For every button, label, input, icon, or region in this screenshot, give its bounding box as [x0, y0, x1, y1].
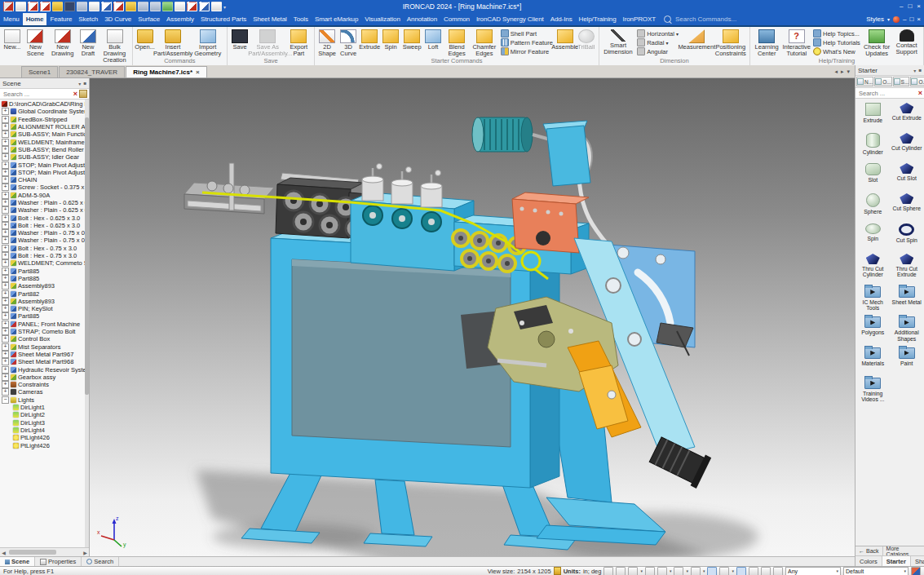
menu-tab-common[interactable]: Common	[440, 13, 473, 25]
expand-icon[interactable]	[2, 381, 9, 388]
perspective-icon[interactable]	[707, 567, 717, 575]
tree-item[interactable]: Screw : Socket - 0.375 x 2.0	[0, 184, 89, 191]
tree-vertical-scrollbar[interactable]	[85, 100, 89, 547]
catalog-item[interactable]: Polygons	[856, 313, 890, 341]
menu-tab-surface[interactable]: Surface	[135, 13, 163, 25]
expand-icon[interactable]	[2, 215, 9, 222]
menu-tab-synergy-client[interactable]: IronCAD Synergy Client	[473, 13, 547, 25]
catalog-item[interactable]: Extrude	[856, 102, 890, 130]
settings-icon[interactable]	[175, 2, 185, 11]
undo-view-icon[interactable]	[749, 567, 758, 575]
catalog-item[interactable]: IC Mech Tools	[856, 283, 890, 311]
render-icon[interactable]	[150, 2, 161, 11]
zoom-window-icon[interactable]	[628, 567, 638, 575]
bulk-drawing-button[interactable]: Bulk Drawing Creation	[99, 28, 130, 64]
filter-icon[interactable]	[79, 90, 87, 98]
tree-item[interactable]: Part885	[0, 312, 89, 320]
panel-tab-scene[interactable]: Scene	[0, 557, 35, 566]
expand-icon[interactable]	[2, 169, 9, 176]
menu-tab-add-ins[interactable]: Add-Ins	[547, 13, 576, 25]
chevron-down-icon[interactable]: ▾	[686, 568, 688, 573]
close-tab-icon[interactable]: ×	[196, 67, 200, 77]
menu-tab-visualization[interactable]: Visualization	[361, 13, 403, 25]
minimize-button[interactable]: –	[900, 1, 903, 12]
scroll-right-icon[interactable]: ▶	[82, 550, 89, 555]
panel-dropdown-icon[interactable]: ▾	[78, 81, 81, 86]
horizontal-button[interactable]: Horizontal ▾	[637, 29, 679, 38]
menu-tab-structured-parts[interactable]: Structured Parts	[197, 13, 250, 25]
menu-tab-feature[interactable]: Feature	[46, 13, 75, 25]
tree-item[interactable]: STRAP; Cometo Bolt	[0, 328, 89, 335]
expand-icon[interactable]	[2, 275, 9, 282]
expand-icon[interactable]	[2, 268, 9, 275]
save-button[interactable]: Save	[229, 28, 250, 57]
menu-tab-sheet-metal[interactable]: Sheet Metal	[250, 13, 290, 25]
catalog-item[interactable]: Cut Slot	[891, 162, 924, 190]
flag-icon[interactable]	[199, 2, 210, 11]
mirror-feature-button[interactable]: Mirror Feature	[501, 47, 553, 56]
clear-search-icon[interactable]: ×	[918, 90, 922, 97]
catalog-open-button[interactable]: O...	[874, 77, 891, 86]
menu-tab-smart-emarkup[interactable]: Smart eMarkup	[312, 13, 361, 25]
contact-support-button[interactable]: Contact Support	[891, 28, 922, 57]
tree-item[interactable]: FeedBox-Stripped	[0, 116, 89, 123]
3d-viewport[interactable]: z x y	[90, 78, 855, 556]
tree-item[interactable]: WELDMENT; Mainframe	[0, 138, 89, 145]
expand-icon[interactable]	[2, 252, 9, 259]
expand-icon[interactable]	[2, 184, 9, 191]
tree-item[interactable]: Bolt : Hex - 0.75 x 3.0	[0, 245, 89, 252]
catalog-item[interactable]: Materials	[856, 344, 890, 372]
expand-icon[interactable]	[2, 305, 9, 312]
doc-restore-button[interactable]: □	[909, 14, 913, 25]
expand-icon[interactable]	[2, 343, 9, 351]
tab-list-icon[interactable]: ▾	[847, 69, 850, 75]
print-preview-icon[interactable]	[101, 2, 112, 11]
doc-tab-scene1[interactable]: Scene1	[21, 66, 58, 77]
select-box-icon[interactable]	[761, 567, 771, 575]
catalog-item[interactable]: Cylinder	[856, 132, 890, 160]
command-search-input[interactable]	[674, 15, 767, 24]
tree-item[interactable]: Bolt : Hex - 0.625 x 3.0	[0, 214, 89, 221]
expand-icon[interactable]	[2, 176, 9, 184]
insert-part-button[interactable]: Insert Part/Assembly	[156, 28, 191, 57]
expand-icon[interactable]	[2, 298, 9, 305]
tree-item-root[interactable]: D:\IronCAD\GrabCAD\Ring Bending	[0, 100, 89, 108]
zoom-in-icon[interactable]	[603, 567, 613, 575]
redo-icon[interactable]	[138, 2, 148, 11]
tree-item[interactable]: STOP; Main Pivot Adjustment	[0, 161, 89, 168]
expand-icon[interactable]	[2, 130, 9, 138]
new-button[interactable]: New...	[2, 28, 23, 64]
tree-item[interactable]: Part885	[0, 268, 89, 275]
restore-button[interactable]: □	[908, 1, 912, 12]
check-updates-button[interactable]: Check for Updates	[862, 28, 892, 57]
expand-icon[interactable]	[2, 259, 9, 267]
tree-item[interactable]: Control Box	[0, 335, 89, 343]
save-as-button[interactable]: Save As Part/Assembly...	[250, 28, 285, 57]
tree-item[interactable]: Part885	[0, 275, 89, 282]
selection-filter-dropdown[interactable]: Any▾	[785, 567, 841, 575]
expand-icon[interactable]	[2, 146, 9, 153]
new-drawing-icon[interactable]	[40, 2, 51, 11]
tree-item[interactable]: ADM-5-90A	[0, 192, 89, 199]
catalog-item[interactable]: Additional Shapes	[891, 313, 924, 341]
expand-icon[interactable]	[2, 312, 9, 320]
new-scene-icon[interactable]	[28, 2, 38, 11]
open-icon[interactable]	[52, 2, 63, 11]
scroll-left-icon[interactable]: ◀	[0, 550, 7, 555]
tree-item[interactable]: PtLight426	[0, 434, 89, 441]
3d-curve-button[interactable]: 3D Curve	[338, 28, 359, 57]
tree-item[interactable]: Washer : Plain - 0.625 x 0.1	[0, 206, 89, 214]
material-icon[interactable]	[911, 567, 921, 575]
scrollbar-thumb[interactable]	[85, 117, 89, 395]
zoom-out-icon[interactable]	[616, 567, 626, 575]
2d-shape-button[interactable]: 2D Shape	[316, 28, 338, 57]
styles-control[interactable]: Styles ▾ – □ ×	[866, 14, 921, 25]
expand-icon[interactable]	[2, 358, 9, 365]
expand-icon[interactable]	[2, 116, 9, 123]
app-icon[interactable]	[3, 2, 14, 11]
menu-tab-help-training[interactable]: Help/Training	[576, 13, 620, 25]
learning-center-button[interactable]: Learning Center	[752, 28, 782, 57]
spin-button[interactable]: Spin	[380, 28, 401, 57]
units-value[interactable]: in; deg	[583, 568, 602, 575]
tree-item[interactable]: Hydraulic Resevoir System	[0, 365, 89, 373]
